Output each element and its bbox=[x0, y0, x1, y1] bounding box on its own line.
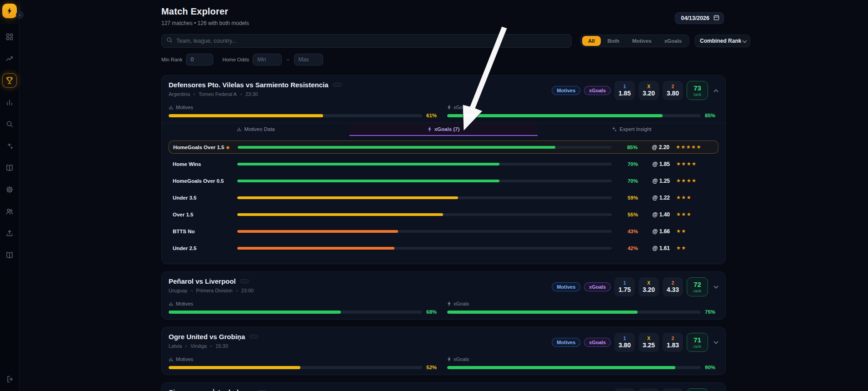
match-explorer-page: › Match Explorer 127 matches • 126 with … bbox=[0, 0, 868, 391]
market-name: Home Wins bbox=[173, 161, 231, 167]
trending-icon[interactable] bbox=[2, 51, 17, 66]
tab-expert-insight[interactable]: Expert Insight bbox=[538, 123, 725, 136]
xgoals-label: xGoals bbox=[447, 301, 718, 306]
market-name: Under 2.5 bbox=[173, 246, 231, 251]
home-odds-box[interactable]: 11.75 bbox=[614, 277, 635, 296]
star-rating: ★★★ bbox=[676, 211, 714, 217]
motives-label: Motives bbox=[169, 301, 440, 306]
match-title: Ogre United vs Grobiņa bbox=[169, 333, 245, 341]
market-name: Over 1.5 bbox=[173, 212, 231, 217]
sparkles-icon[interactable] bbox=[2, 139, 17, 153]
market-row-btts-no[interactable]: BTTS No 43% @ 1.66 ★★ bbox=[169, 225, 718, 238]
book2-icon[interactable] bbox=[2, 248, 17, 262]
search-input[interactable] bbox=[176, 38, 567, 44]
market-percent: 85% bbox=[618, 145, 638, 150]
upload-icon[interactable] bbox=[2, 226, 17, 241]
search-box bbox=[161, 34, 572, 48]
market-odds: @ 1.25 bbox=[644, 178, 670, 184]
motives-badge[interactable]: Motives bbox=[552, 282, 580, 291]
market-bar bbox=[237, 247, 612, 250]
motives-badge[interactable]: Motives bbox=[552, 86, 580, 95]
market-row-under-3-5[interactable]: Under 3.5 59% @ 1.22 ★★★ bbox=[169, 191, 718, 204]
match-time: 23:30 bbox=[245, 91, 258, 97]
market-row-home-wins[interactable]: Home Wins 70% @ 1.85 ★★★★ bbox=[169, 157, 718, 170]
xgoals-badge[interactable]: xGoals bbox=[584, 86, 611, 95]
home-odds-box[interactable]: 13.80 bbox=[614, 333, 635, 352]
home-odds-max-input[interactable] bbox=[294, 54, 323, 65]
date-picker[interactable]: 04/13/2026 bbox=[675, 12, 724, 24]
xgoals-badge[interactable]: xGoals bbox=[584, 338, 611, 347]
star-rating: ★★ bbox=[676, 228, 714, 234]
page-subtitle: 127 matches • 126 with both models bbox=[161, 20, 726, 26]
market-name: HomeGoals Over 0.5 bbox=[173, 178, 231, 184]
dashboard-icon[interactable] bbox=[2, 30, 17, 44]
model-bars: Motives 68% xGoals 75% bbox=[169, 301, 718, 315]
motives-percent: 61% bbox=[426, 113, 440, 118]
market-name: Under 3.5 bbox=[173, 195, 231, 201]
match-country: Argentina bbox=[169, 91, 190, 97]
home-odds-box[interactable]: 11.85 bbox=[614, 81, 635, 100]
motives-percent: 68% bbox=[426, 309, 440, 315]
filter-chip-motives[interactable]: Motives bbox=[626, 36, 658, 46]
draw-odds-box[interactable]: X3.60 bbox=[639, 388, 659, 391]
motives-badge[interactable]: Motives bbox=[552, 338, 580, 347]
chevron-down-icon[interactable] bbox=[713, 286, 718, 289]
market-bar bbox=[237, 196, 612, 199]
bolt-logo-icon[interactable] bbox=[2, 4, 17, 18]
market-row-homegoals-over-0-5[interactable]: HomeGoals Over 0.5 70% @ 1.25 ★★★★ bbox=[169, 174, 718, 187]
flag-placeholder-icon bbox=[333, 83, 342, 87]
xgoals-bar bbox=[447, 311, 701, 314]
sort-label: Combined Rank bbox=[700, 38, 741, 44]
away-odds-box[interactable]: 24.20 bbox=[663, 388, 683, 391]
market-percent: 42% bbox=[618, 246, 638, 251]
away-odds-box[interactable]: 21.83 bbox=[663, 333, 683, 352]
draw-odds-box[interactable]: X3.25 bbox=[639, 333, 659, 352]
filter-chip-xgoals[interactable]: xGoals bbox=[658, 36, 688, 46]
xgoals-badge[interactable]: xGoals bbox=[584, 282, 611, 291]
market-percent: 59% bbox=[618, 195, 638, 201]
sidebar bbox=[0, 0, 20, 391]
gear-icon[interactable] bbox=[2, 182, 17, 197]
market-row-over-1-5[interactable]: Over 1.5 55% @ 1.40 ★★★ bbox=[169, 208, 718, 221]
market-name: HomeGoals Over 1.5 ★ bbox=[173, 145, 231, 150]
tab-motives-data[interactable]: Motives Data bbox=[162, 123, 349, 136]
chevron-down-icon bbox=[742, 37, 747, 45]
filter-chip-all[interactable]: All bbox=[582, 36, 601, 46]
rank-badge: 72rank bbox=[687, 277, 708, 296]
users-icon[interactable] bbox=[2, 204, 17, 219]
market-row-homegoals-over-1-5[interactable]: HomeGoals Over 1.5 ★ 85% @ 2.20 ★★★★★ bbox=[169, 140, 718, 154]
home-odds-min-input[interactable] bbox=[253, 54, 282, 65]
search-icon[interactable] bbox=[2, 117, 17, 131]
range-separator: – bbox=[286, 56, 289, 63]
min-rank-input[interactable] bbox=[186, 54, 213, 65]
match-card-ogre-united-vs-grobi-a: Ogre United vs Grobiņa Latvia Virsliga 1… bbox=[161, 327, 726, 375]
match-league: Primera Division bbox=[196, 288, 233, 293]
chevron-down-icon[interactable] bbox=[713, 341, 718, 344]
chevron-up-icon[interactable] bbox=[713, 89, 718, 92]
market-row-under-2-5[interactable]: Under 2.5 42% @ 1.61 ★★ bbox=[169, 241, 718, 255]
xgoals-percent: 85% bbox=[705, 113, 718, 118]
tab-xgoals-7[interactable]: xGoals (7) bbox=[349, 123, 537, 136]
trophy-icon[interactable] bbox=[2, 73, 17, 88]
market-odds: @ 2.20 bbox=[644, 144, 669, 150]
logout-icon[interactable] bbox=[3, 372, 17, 386]
min-rank-label: Min Rank bbox=[161, 57, 182, 62]
draw-odds-box[interactable]: X3.20 bbox=[639, 81, 659, 100]
sidebar-expand-button[interactable]: › bbox=[16, 11, 24, 19]
market-odds: @ 1.22 bbox=[644, 195, 670, 201]
match-card-pe-arol-vs-liverpool: Peñarol vs Liverpool Uruguay Primera Div… bbox=[161, 271, 726, 320]
main-area: Match Explorer 127 matches • 126 with bo… bbox=[20, 0, 868, 391]
card-tabs: Motives DataxGoals (7)Expert Insight bbox=[162, 123, 725, 136]
market-bar bbox=[238, 146, 611, 149]
match-title: Peñarol vs Liverpool bbox=[169, 277, 236, 285]
filter-chip-both[interactable]: Both bbox=[602, 36, 625, 46]
draw-odds-box[interactable]: X3.20 bbox=[639, 277, 659, 296]
bar-chart-icon[interactable] bbox=[2, 95, 17, 110]
book-icon[interactable] bbox=[2, 160, 17, 175]
match-league: Virsliga bbox=[190, 343, 207, 349]
away-odds-box[interactable]: 24.33 bbox=[663, 277, 683, 296]
flag-placeholder-icon bbox=[240, 279, 249, 283]
away-odds-box[interactable]: 23.80 bbox=[663, 81, 683, 100]
sort-dropdown[interactable]: Combined Rank bbox=[695, 35, 750, 47]
home-odds-box[interactable]: 11.66 bbox=[614, 388, 635, 391]
